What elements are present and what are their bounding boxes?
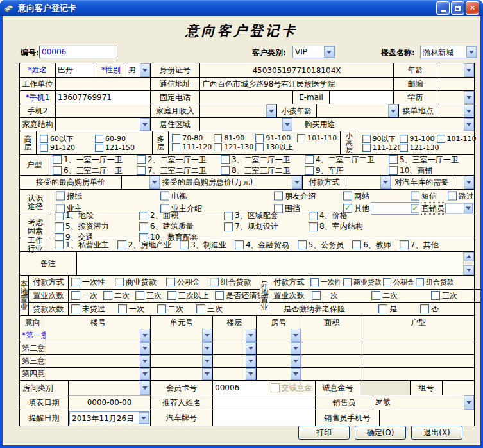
- checkbox[interactable]: [196, 304, 205, 313]
- checkbox[interactable]: [431, 291, 440, 300]
- checkbox[interactable]: [389, 166, 398, 175]
- mobile2-value[interactable]: [55, 104, 150, 117]
- checkbox[interactable]: [274, 192, 283, 201]
- dropdown-arrow-button[interactable]: [140, 118, 150, 131]
- remark-scrollbar[interactable]: [463, 252, 474, 275]
- checkbox[interactable]: [343, 278, 352, 286]
- garage-select[interactable]: [452, 176, 474, 189]
- checkbox[interactable]: [172, 134, 180, 142]
- dropdown-arrow-button[interactable]: [464, 104, 474, 117]
- gender-select[interactable]: 男: [126, 63, 150, 77]
- checkbox[interactable]: [137, 155, 146, 164]
- checkbox[interactable]: [53, 155, 62, 164]
- checkbox[interactable]: [437, 135, 445, 143]
- checkbox[interactable]: [137, 166, 146, 175]
- intent-floor-select[interactable]: [213, 368, 256, 380]
- checkbox[interactable]: [352, 240, 361, 249]
- checkbox[interactable]: [53, 166, 62, 175]
- intent-room-select[interactable]: [257, 355, 301, 367]
- checkbox[interactable]: [400, 135, 408, 143]
- dropdown-arrow-button[interactable]: [464, 91, 474, 104]
- checkbox[interactable]: [118, 304, 127, 313]
- checkbox[interactable]: [55, 222, 64, 231]
- intent-floor-select[interactable]: [213, 342, 256, 354]
- dropdown-arrow-button[interactable]: [140, 342, 150, 354]
- work-value[interactable]: [55, 78, 150, 90]
- checkbox[interactable]: [309, 222, 318, 231]
- checkbox[interactable]: [343, 192, 352, 201]
- checkbox[interactable]: [411, 192, 419, 201]
- dropdown-arrow-button[interactable]: [246, 368, 256, 380]
- checkbox[interactable]: [400, 240, 409, 249]
- child-age-select[interactable]: [317, 104, 398, 117]
- scroll-up-button[interactable]: [464, 252, 474, 261]
- dropdown-arrow-button[interactable]: [291, 329, 301, 342]
- dropdown-arrow-button[interactable]: [464, 395, 474, 410]
- dropdown-arrow-button[interactable]: [291, 355, 301, 367]
- dropdown-arrow-button[interactable]: [292, 176, 302, 189]
- intent-unit-select[interactable]: [151, 329, 212, 342]
- dropdown-arrow-button[interactable]: [202, 355, 212, 367]
- dropdown-arrow-button[interactable]: [466, 46, 477, 58]
- id-value[interactable]: 45030519771018104X: [199, 63, 393, 77]
- dropdown-arrow-button[interactable]: [291, 342, 301, 354]
- intent-building-select[interactable]: [46, 355, 150, 367]
- checkbox[interactable]: [71, 278, 80, 286]
- dropdown-arrow-button[interactable]: [464, 118, 474, 131]
- dropdown-arrow-button[interactable]: [140, 63, 150, 77]
- checkbox[interactable]: ✓: [343, 204, 352, 213]
- dropdown-arrow-button[interactable]: [140, 355, 150, 367]
- checkbox[interactable]: [255, 143, 264, 151]
- total-price-select[interactable]: [255, 176, 302, 189]
- dropdown-arrow-button[interactable]: [139, 412, 149, 424]
- checkbox[interactable]: [305, 166, 314, 175]
- maximize-button[interactable]: [451, 1, 464, 15]
- region-select[interactable]: [200, 118, 292, 131]
- sales-phone-value[interactable]: [379, 410, 474, 426]
- checkbox[interactable]: [221, 166, 230, 175]
- channel-select[interactable]: [445, 203, 473, 214]
- intent-building-select[interactable]: [46, 368, 150, 380]
- checkbox[interactable]: [95, 144, 103, 152]
- dropdown-arrow-button[interactable]: [464, 204, 473, 213]
- close-button[interactable]: ✕: [466, 1, 479, 15]
- order-place-select[interactable]: [437, 104, 474, 117]
- checkbox[interactable]: [298, 240, 307, 249]
- checkbox[interactable]: ✓: [411, 204, 419, 213]
- checkbox[interactable]: [103, 291, 112, 300]
- checkbox[interactable]: [215, 291, 224, 300]
- titlebar[interactable]: 意向客户登记卡 ✕: [0, 0, 483, 16]
- dropdown-arrow-button[interactable]: [246, 342, 256, 354]
- dropdown-arrow-button[interactable]: [140, 329, 150, 342]
- address-value[interactable]: 广西百色市城乡路98号右江民族医学院: [199, 78, 393, 90]
- zip-value[interactable]: [437, 78, 474, 90]
- number-input[interactable]: [39, 46, 117, 58]
- checkbox[interactable]: [117, 240, 126, 249]
- education-select[interactable]: [437, 91, 474, 104]
- checkbox[interactable]: [214, 143, 222, 151]
- checkbox[interactable]: [371, 291, 380, 300]
- room-type-select[interactable]: [69, 381, 150, 395]
- unit-price-select[interactable]: [122, 176, 160, 189]
- dropdown-arrow-button[interactable]: [202, 329, 212, 342]
- customer-type-select[interactable]: VIP: [292, 46, 335, 58]
- exit-button[interactable]: 退出(X): [411, 426, 462, 440]
- checkbox[interactable]: [383, 278, 391, 286]
- member-card-input[interactable]: [213, 381, 267, 395]
- checkbox[interactable]: [400, 144, 408, 152]
- checkbox[interactable]: [235, 240, 244, 249]
- name-value[interactable]: 巴丹: [55, 63, 96, 77]
- dropdown-arrow-button[interactable]: [291, 368, 301, 380]
- intent-building-select[interactable]: [46, 329, 150, 342]
- intent-unit-select[interactable]: [151, 368, 212, 380]
- checkbox[interactable]: [221, 155, 230, 164]
- checkbox[interactable]: [95, 135, 103, 143]
- checkbox[interactable]: [224, 222, 233, 231]
- intent-unit-select[interactable]: [151, 342, 212, 354]
- checkbox[interactable]: [135, 291, 144, 300]
- checkbox[interactable]: [172, 143, 180, 151]
- checkbox[interactable]: [389, 155, 398, 164]
- checkbox[interactable]: [139, 222, 148, 231]
- remark-textarea[interactable]: [76, 252, 474, 275]
- checkbox[interactable]: [55, 240, 64, 249]
